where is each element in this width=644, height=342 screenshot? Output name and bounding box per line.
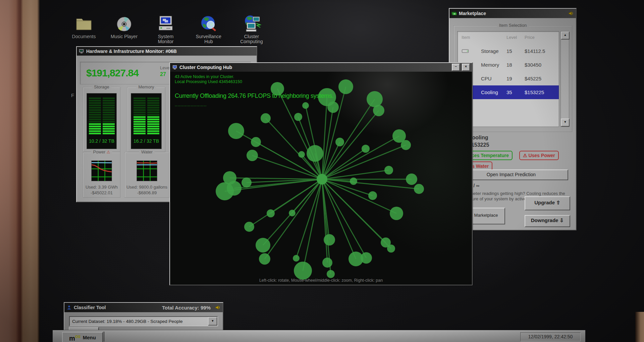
cluster-stats: 43 Active Nodes in your Cluster. Local P… bbox=[175, 74, 242, 84]
gauge-segment bbox=[133, 102, 146, 104]
gauge-segment bbox=[133, 109, 146, 111]
item-selection-label: Item Selection bbox=[497, 23, 529, 28]
taskbar-clock: 12/02/1999, 22:42:50 bbox=[520, 332, 581, 341]
cluster-computers-icon bbox=[241, 15, 262, 32]
marketplace-row-storage[interactable]: Storage15$14112.5 bbox=[458, 44, 559, 58]
level-indicator: Level 27 bbox=[160, 65, 170, 77]
gauge-segment bbox=[133, 97, 146, 99]
icon-label: Cluster bbox=[244, 34, 259, 39]
hardware-titlebar[interactable]: Hardware & Infrastructure Monitor: #06B bbox=[77, 47, 257, 56]
cd-icon bbox=[115, 15, 133, 32]
marketplace-row-cooling[interactable]: Cooling35$153225 bbox=[458, 85, 559, 99]
water-chart bbox=[137, 160, 157, 181]
speaker-icon[interactable] bbox=[569, 11, 574, 16]
gauge-segment bbox=[147, 97, 159, 99]
active-nodes-text: 43 Active Nodes in your Cluster. bbox=[175, 74, 242, 79]
gauge-segment bbox=[103, 116, 115, 118]
scroll-down-button[interactable]: ▼ bbox=[561, 119, 570, 127]
gauge-segment bbox=[103, 102, 115, 104]
desktop-icon-surveillance-hub[interactable]: Surveillance Hub bbox=[191, 15, 226, 44]
window-title: Hardware & Infrastructure Monitor: #06B bbox=[86, 49, 177, 54]
gauge-segment bbox=[133, 100, 146, 101]
gauge-segment bbox=[89, 107, 101, 109]
water-label: Water bbox=[139, 149, 155, 154]
power-used: Used: 3.39 GWh bbox=[83, 185, 120, 190]
dotted-divider: ...................... bbox=[175, 102, 207, 107]
drive-icon bbox=[462, 49, 469, 54]
gauge-segment bbox=[133, 133, 146, 134]
marketplace-row-cpu[interactable]: CPU19$45225 bbox=[458, 72, 559, 85]
item-name: Memory bbox=[481, 62, 499, 68]
gauge-segment bbox=[103, 107, 115, 109]
item-level: 15 bbox=[506, 48, 512, 54]
gauge-segment bbox=[103, 100, 115, 101]
menu-button-label: Menu bbox=[83, 335, 96, 340]
gauge-segment bbox=[89, 123, 101, 125]
dataset-dropdown[interactable]: Current Dataset: 19.18% - 480.29GB - Scr… bbox=[69, 316, 218, 326]
money-icon bbox=[451, 11, 457, 16]
money-value: $191,827.84 bbox=[86, 67, 139, 79]
close-button[interactable]: × bbox=[462, 64, 470, 71]
icon-label: Music Player bbox=[111, 34, 138, 39]
cluster-titlebar[interactable]: Cluster Computing Hub – × bbox=[170, 63, 472, 72]
icon-label: Documents bbox=[72, 34, 96, 39]
gauge-segment bbox=[133, 123, 146, 125]
item-price: $14112.5 bbox=[525, 48, 545, 54]
power-label: Power ⚠ bbox=[91, 149, 112, 154]
gauge-segment bbox=[103, 119, 115, 120]
window-title: Marketplace bbox=[459, 11, 486, 16]
speaker-icon[interactable] bbox=[215, 305, 221, 310]
monitor-bezel bbox=[0, 0, 40, 342]
menu-button[interactable]: mOS Menu bbox=[62, 332, 103, 342]
classifier-titlebar[interactable]: Classifier Tool Total Accuracy: 99% bbox=[64, 303, 223, 312]
controls-hint: Left-click: rotate, Mouse-wheel/middle-c… bbox=[170, 278, 472, 283]
desktop-icon-cluster-computing[interactable]: Cluster Computing bbox=[234, 15, 269, 44]
gauge-segment bbox=[103, 133, 115, 134]
offloading-headline: Currently Offloading 264.76 PFLOPS to ne… bbox=[175, 92, 334, 99]
minimize-button[interactable]: – bbox=[452, 64, 460, 71]
dataset-dropdown-value: Current Dataset: 19.18% - 480.29GB - Scr… bbox=[70, 319, 208, 324]
gauge-segment bbox=[103, 123, 115, 125]
item-price: $45225 bbox=[525, 76, 541, 81]
desktop-icon-documents[interactable]: Documents bbox=[66, 15, 101, 39]
hidden-icon-label-fragment: F bbox=[71, 92, 74, 98]
gauge-segment bbox=[133, 121, 146, 123]
gauge-segment bbox=[103, 105, 115, 106]
dropdown-arrow-icon[interactable]: ▼ bbox=[208, 317, 217, 326]
gauge-segment bbox=[89, 126, 101, 127]
storage-value: 10.2 / 32 TB bbox=[89, 138, 114, 144]
gauge-segment bbox=[103, 130, 115, 132]
window-title: Cluster Computing Hub bbox=[179, 65, 232, 70]
gauge-segment bbox=[89, 119, 101, 120]
gauge-segment bbox=[147, 105, 159, 106]
water-groupbox: Water Used: 9800.0 gallons -$6806.89 bbox=[124, 152, 169, 198]
globe-magnifier-icon bbox=[199, 15, 218, 32]
gauge-segment bbox=[133, 107, 146, 109]
mos-logo: mOS bbox=[69, 334, 80, 341]
scroll-up-button[interactable]: ▲ bbox=[561, 31, 570, 40]
gauge-segment bbox=[147, 121, 159, 123]
cluster-viewport[interactable]: 43 Active Nodes in your Cluster. Local P… bbox=[170, 72, 472, 285]
desktop-icon-system-monitor[interactable]: System Monitor bbox=[148, 15, 183, 44]
gauge-segment bbox=[133, 105, 146, 106]
node-graph[interactable] bbox=[170, 72, 470, 283]
icon-label: System bbox=[158, 34, 174, 39]
gauge-segment bbox=[89, 109, 101, 111]
total-accuracy: Total Accuracy: 99% bbox=[162, 305, 211, 311]
gauge-segment bbox=[103, 121, 115, 123]
gauge-segment bbox=[147, 107, 159, 109]
downgrade-button[interactable]: Downgrade ⇩ bbox=[525, 215, 570, 227]
upgrade-button[interactable]: Upgrade ⇧ bbox=[525, 196, 570, 210]
gauge-segment bbox=[89, 100, 101, 101]
icon-label-2: Hub bbox=[204, 39, 213, 44]
gauge-segment bbox=[133, 128, 146, 130]
gauge-segment bbox=[147, 126, 159, 127]
marketplace-titlebar[interactable]: Marketplace bbox=[449, 9, 576, 18]
gauge-segment bbox=[133, 114, 146, 116]
gauge-segment bbox=[147, 102, 159, 104]
list-scrollbar[interactable]: ▲ ▼ bbox=[560, 31, 569, 127]
gauge-segment bbox=[89, 130, 101, 132]
marketplace-row-memory[interactable]: Memory18$30450 bbox=[458, 58, 559, 72]
marketplace-button[interactable]: Marketplace bbox=[467, 208, 505, 224]
desktop-icon-music-player[interactable]: Music Player bbox=[107, 15, 142, 39]
